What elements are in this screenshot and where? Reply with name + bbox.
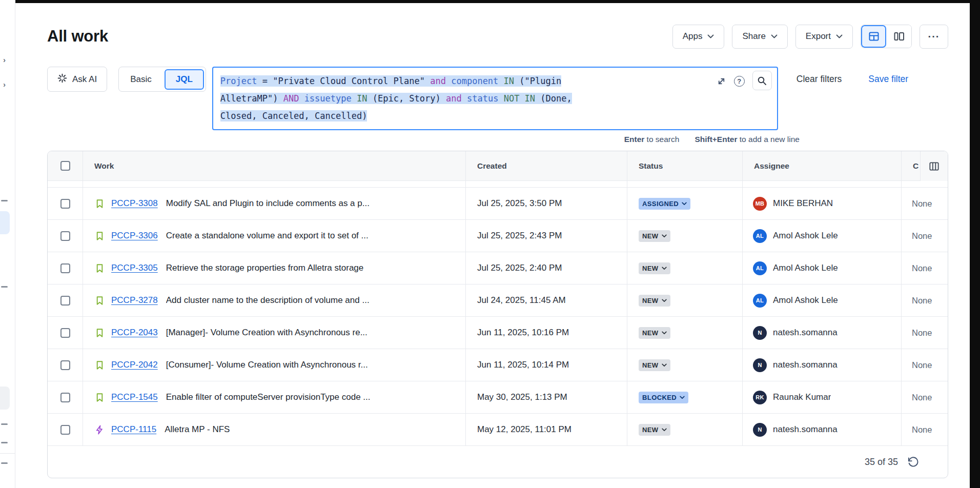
apps-button[interactable]: Apps xyxy=(672,25,725,49)
split-view-button[interactable] xyxy=(886,25,911,48)
more-actions-button[interactable]: ··· xyxy=(920,25,948,49)
assignee-cell[interactable]: AL Amol Ashok Lele xyxy=(742,252,901,284)
assignee-cell[interactable]: MB MIKE BERHAN xyxy=(742,188,901,219)
work-cell: PCCP-2043 [Manager]- Volume Creation wit… xyxy=(83,317,465,349)
issue-summary[interactable]: [Consumer]- Volume Creation with Asynchr… xyxy=(166,360,368,370)
table-row[interactable]: PCCP-3306 Create a standalone volume and… xyxy=(48,220,948,252)
column-header-work[interactable]: Work xyxy=(83,151,465,180)
table-row[interactable]: PCCP-2043 [Manager]- Volume Creation wit… xyxy=(48,317,948,349)
sidebar-item-clipped xyxy=(1,200,8,201)
status-badge[interactable]: NEW xyxy=(639,262,670,274)
row-checkbox[interactable] xyxy=(60,296,70,306)
chevron-right-icon[interactable]: › xyxy=(3,80,6,89)
select-all-checkbox[interactable] xyxy=(60,161,70,171)
row-checkbox[interactable] xyxy=(60,393,70,402)
row-checkbox[interactable] xyxy=(60,328,70,338)
status-badge[interactable]: NEW xyxy=(639,295,670,307)
window-right-edge xyxy=(970,0,980,488)
chevron-right-icon[interactable]: › xyxy=(3,55,6,64)
assignee-cell[interactable]: N natesh.somanna xyxy=(742,349,901,381)
issue-summary[interactable]: Modify SAL and Plugin to include comment… xyxy=(166,198,370,209)
help-icon[interactable]: ? xyxy=(734,76,745,87)
status-badge[interactable]: NEW xyxy=(639,230,670,242)
row-select-cell xyxy=(48,414,83,445)
status-cell: NEW xyxy=(627,252,742,284)
share-button[interactable]: Share xyxy=(732,25,787,49)
row-checkbox[interactable] xyxy=(60,199,70,209)
jql-editor[interactable]: Project = "Private Cloud Control Plane" … xyxy=(212,67,778,130)
extra-field-cell[interactable]: None xyxy=(901,414,948,445)
extra-field-cell[interactable]: None xyxy=(901,188,948,219)
extra-field-cell[interactable]: None xyxy=(901,220,948,252)
table-view-button[interactable] xyxy=(861,25,886,48)
row-checkbox[interactable] xyxy=(60,263,70,273)
ask-ai-button[interactable]: Ask AI xyxy=(47,67,107,92)
extra-field-cell[interactable]: None xyxy=(901,381,948,413)
assignee-cell[interactable]: AL Amol Ashok Lele xyxy=(742,220,901,252)
status-badge[interactable]: BLOCKED xyxy=(639,392,688,403)
issue-summary[interactable]: Create a standalone volume and export it… xyxy=(166,231,369,241)
status-badge[interactable]: ASSIGNED xyxy=(639,198,690,210)
status-badge[interactable]: NEW xyxy=(639,359,670,371)
view-toggle xyxy=(861,25,912,48)
expand-icon[interactable] xyxy=(717,76,726,86)
status-badge[interactable]: NEW xyxy=(639,424,670,436)
table-row[interactable]: PCCP-3305 Retrieve the storage propertie… xyxy=(48,252,948,284)
table-row[interactable]: PCCP-3278 Add cluster name to the descri… xyxy=(48,284,948,317)
assignee-cell[interactable]: N natesh.somanna xyxy=(742,317,901,349)
extra-field-cell[interactable]: None xyxy=(901,317,948,349)
issue-key-link[interactable]: PCCP-1115 xyxy=(111,424,156,435)
table-row[interactable]: PCCP-2042 [Consumer]- Volume Creation wi… xyxy=(48,349,948,381)
issue-summary[interactable]: Retrieve the storage properties from All… xyxy=(166,263,364,273)
assignee-cell[interactable]: AL Amol Ashok Lele xyxy=(742,284,901,316)
issue-summary[interactable]: Enable filter of computeServer provision… xyxy=(166,392,371,402)
issue-summary[interactable]: [Manager]- Volume Creation with Asynchro… xyxy=(166,328,368,338)
sidebar-item-hover[interactable] xyxy=(0,387,10,410)
assignee-name: Raunak Kumar xyxy=(773,392,831,402)
column-header-created[interactable]: Created xyxy=(465,151,627,180)
result-count: 35 of 35 xyxy=(865,457,898,467)
refresh-icon[interactable] xyxy=(907,456,919,468)
status-label: NEW xyxy=(642,297,659,304)
work-cell: PCCP-1545 Enable filter of computeServer… xyxy=(83,381,465,413)
issue-key-link[interactable]: PCCP-3306 xyxy=(111,231,158,241)
sidebar-item-active[interactable] xyxy=(0,211,10,234)
issue-summary[interactable]: Alletra MP - NFS xyxy=(165,424,230,435)
row-checkbox[interactable] xyxy=(60,425,70,435)
column-header-status[interactable]: Status xyxy=(627,151,742,180)
status-cell: NEW xyxy=(627,414,742,445)
assignee-name: Amol Ashok Lele xyxy=(773,231,838,241)
issue-key-link[interactable]: PCCP-2043 xyxy=(111,328,158,338)
issue-key-link[interactable]: PCCP-3305 xyxy=(111,263,158,273)
share-button-label: Share xyxy=(742,31,765,42)
work-items-table: Work Created Status Assignee C xyxy=(47,151,948,478)
assignee-cell[interactable]: RK Raunak Kumar xyxy=(742,381,901,413)
mode-jql-button[interactable]: JQL xyxy=(165,69,204,90)
status-badge[interactable]: NEW xyxy=(639,327,670,339)
row-checkbox[interactable] xyxy=(60,360,70,370)
row-select-cell xyxy=(48,317,83,349)
issue-key-link[interactable]: PCCP-1545 xyxy=(111,392,158,402)
assignee-cell[interactable]: N natesh.somanna xyxy=(742,414,901,445)
configure-columns-button[interactable] xyxy=(920,151,948,181)
issue-summary[interactable]: Add cluster name to the description of v… xyxy=(166,295,370,306)
table-row[interactable]: PCCP-3308 Modify SAL and Plugin to inclu… xyxy=(48,188,948,220)
search-icon[interactable] xyxy=(752,71,772,90)
main-content: All work Apps Share Export xyxy=(15,3,970,488)
table-row[interactable]: PCCP-1545 Enable filter of computeServer… xyxy=(48,381,948,414)
clear-filters-button[interactable]: Clear filters xyxy=(797,74,842,85)
extra-field-cell[interactable]: None xyxy=(901,284,948,316)
row-select-cell xyxy=(48,252,83,284)
issue-key-link[interactable]: PCCP-3278 xyxy=(111,295,158,306)
created-cell: Jun 11, 2025, 10:16 PM xyxy=(465,317,627,349)
issue-key-link[interactable]: PCCP-2042 xyxy=(111,360,158,370)
export-button[interactable]: Export xyxy=(795,25,853,49)
mode-basic-button[interactable]: Basic xyxy=(119,74,163,85)
save-filter-button[interactable]: Save filter xyxy=(868,74,908,85)
issue-key-link[interactable]: PCCP-3308 xyxy=(111,198,158,209)
column-header-assignee[interactable]: Assignee xyxy=(742,151,901,180)
extra-field-cell[interactable]: None xyxy=(901,349,948,381)
table-row[interactable]: PCCP-1115 Alletra MP - NFS May 12, 2025,… xyxy=(48,414,948,446)
row-checkbox[interactable] xyxy=(60,231,70,241)
extra-field-cell[interactable]: None xyxy=(901,252,948,284)
